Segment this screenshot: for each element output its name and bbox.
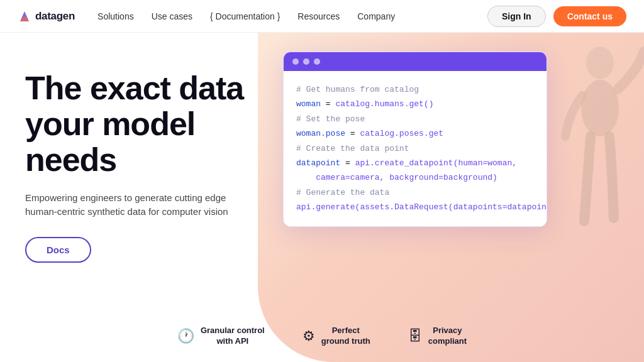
feature-ground-truth: ⚙ Perfectground truth — [303, 326, 370, 347]
hero-left: The exact data your model needs Empoweri… — [0, 33, 270, 362]
gear-icon: ⚙ — [303, 328, 315, 344]
nav-resources[interactable]: Resources — [297, 11, 340, 21]
code-line-7: camera=camera, background=background) — [296, 170, 534, 185]
window-dot-2 — [303, 58, 309, 65]
hero-right: # Get humans from catalog woman = catalo… — [270, 33, 644, 362]
logo[interactable]: datagen — [18, 9, 75, 23]
code-line-6: datapoint = api.create_datapoint(human=w… — [296, 156, 534, 170]
navbar: datagen Solutions Use cases { Documentat… — [0, 0, 644, 33]
nav-links: Solutions Use cases { Documentation } Re… — [97, 11, 487, 21]
main-content: The exact data your model needs Empoweri… — [0, 33, 644, 362]
svg-point-2 — [586, 47, 614, 79]
feature-privacy-text: Privacycompliant — [428, 326, 467, 347]
signin-button[interactable]: Sign In — [487, 6, 546, 27]
feature-privacy: 🗄 Privacycompliant — [408, 326, 467, 347]
nav-documentation[interactable]: { Documentation } — [210, 11, 280, 21]
feature-granular-text: Granular controlwith API — [201, 326, 265, 347]
feature-granular: 🕐 Granular controlwith API — [177, 326, 265, 347]
code-line-3: # Set the pose — [296, 112, 534, 126]
feature-ground-truth-text: Perfectground truth — [321, 326, 370, 347]
window-dot-1 — [292, 58, 299, 65]
code-window: # Get humans from catalog woman = catalo… — [283, 52, 547, 227]
nav-use-cases[interactable]: Use cases — [152, 11, 192, 21]
window-dot-3 — [314, 58, 320, 65]
code-line-2: woman = catalog.humans.get() — [296, 97, 534, 111]
hero-title-line1: The exact data — [25, 70, 243, 106]
code-line-5: # Create the data point — [296, 141, 534, 156]
logo-text: datagen — [35, 10, 75, 23]
code-titlebar — [284, 52, 547, 71]
code-body: # Get humans from catalog woman = catalo… — [284, 71, 547, 226]
hero-title-line2: your model needs — [25, 106, 195, 178]
code-line-4: woman.pose = catalog.poses.get — [296, 126, 534, 141]
nav-solutions[interactable]: Solutions — [97, 11, 134, 21]
hero-title: The exact data your model needs — [25, 70, 270, 178]
database-icon: 🗄 — [408, 328, 422, 344]
hero-subtitle: Empowering engineers to generate cutting… — [25, 191, 239, 219]
code-line-1: # Get humans from catalog — [296, 82, 534, 97]
human-figure — [550, 39, 644, 240]
nav-actions: Sign In Contact us — [487, 6, 626, 27]
clock-icon: 🕐 — [177, 328, 194, 344]
code-line-8: # Generate the data — [296, 185, 534, 200]
docs-button[interactable]: Docs — [25, 237, 91, 263]
contact-button[interactable]: Contact us — [553, 6, 626, 26]
code-line-9: api.generate(assets.DataRequest(datapoin… — [296, 200, 534, 214]
logo-icon — [18, 9, 31, 23]
features-bar: 🕐 Granular controlwith API ⚙ Perfectgrou… — [177, 326, 467, 347]
nav-company[interactable]: Company — [357, 11, 395, 21]
